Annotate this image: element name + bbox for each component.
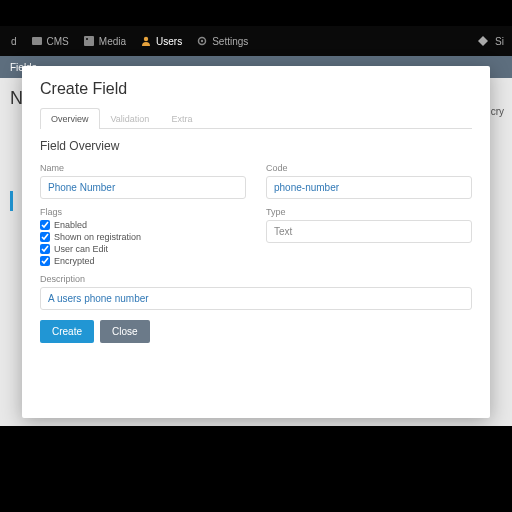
- modal-tabs: Overview Validation Extra: [40, 108, 472, 129]
- code-label: Code: [266, 163, 472, 173]
- create-field-modal: Create Field Overview Validation Extra F…: [22, 66, 490, 418]
- flag-label: User can Edit: [54, 244, 108, 254]
- nav-label: Users: [156, 36, 182, 47]
- media-icon: [83, 35, 95, 47]
- nav-item-cms[interactable]: CMS: [24, 26, 76, 56]
- svg-rect-0: [32, 37, 42, 45]
- top-navbar: d CMS Media Users Settings Si: [0, 26, 512, 56]
- svg-rect-1: [84, 36, 94, 46]
- description-label: Description: [40, 274, 472, 284]
- nav-item-settings[interactable]: Settings: [189, 26, 255, 56]
- diamond-icon: [477, 35, 489, 47]
- flag-enabled-checkbox[interactable]: [40, 220, 50, 230]
- description-input[interactable]: [40, 287, 472, 310]
- nav-label: CMS: [47, 36, 69, 47]
- modal-title: Create Field: [40, 80, 472, 98]
- type-label: Type: [266, 207, 472, 217]
- tab-extra[interactable]: Extra: [160, 108, 203, 129]
- svg-point-5: [201, 40, 203, 42]
- nav-item-media[interactable]: Media: [76, 26, 133, 56]
- nav-label: Settings: [212, 36, 248, 47]
- flag-label: Enabled: [54, 220, 87, 230]
- cms-icon: [31, 35, 43, 47]
- nav-right[interactable]: Si: [477, 35, 508, 47]
- name-label: Name: [40, 163, 246, 173]
- flag-user-can-edit-checkbox[interactable]: [40, 244, 50, 254]
- nav-item-d[interactable]: d: [4, 26, 24, 56]
- flag-shown-registration-checkbox[interactable]: [40, 232, 50, 242]
- flag-shown-registration[interactable]: Shown on registration: [40, 232, 246, 242]
- flag-user-can-edit[interactable]: User can Edit: [40, 244, 246, 254]
- svg-point-3: [144, 37, 148, 41]
- nav-item-users[interactable]: Users: [133, 26, 189, 56]
- flag-encrypted[interactable]: Encrypted: [40, 256, 246, 266]
- flag-encrypted-checkbox[interactable]: [40, 256, 50, 266]
- tab-validation[interactable]: Validation: [100, 108, 161, 129]
- section-title: Field Overview: [40, 139, 472, 153]
- sidebar-active-indicator: [10, 191, 13, 211]
- code-input[interactable]: [266, 176, 472, 199]
- flag-label: Shown on registration: [54, 232, 141, 242]
- flag-label: Encrypted: [54, 256, 95, 266]
- nav-label: Media: [99, 36, 126, 47]
- name-input[interactable]: [40, 176, 246, 199]
- nav-label: d: [11, 36, 17, 47]
- flags-label: Flags: [40, 207, 246, 217]
- create-button[interactable]: Create: [40, 320, 94, 343]
- svg-point-2: [86, 38, 88, 40]
- nav-right-label: Si: [495, 36, 504, 47]
- gear-icon: [196, 35, 208, 47]
- close-button[interactable]: Close: [100, 320, 150, 343]
- tab-overview[interactable]: Overview: [40, 108, 100, 129]
- type-value[interactable]: Text: [266, 220, 472, 243]
- flag-enabled[interactable]: Enabled: [40, 220, 246, 230]
- users-icon: [140, 35, 152, 47]
